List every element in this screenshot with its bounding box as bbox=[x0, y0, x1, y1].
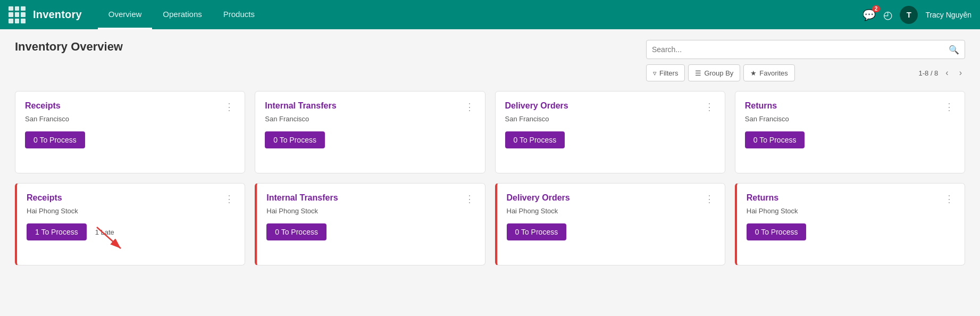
card-subtitle: Hai Phong Stock bbox=[747, 207, 955, 215]
pagination-info: 1-8 / 8 bbox=[918, 69, 938, 77]
brand-name[interactable]: Inventory bbox=[33, 9, 82, 21]
process-button[interactable]: 0 To Process bbox=[266, 223, 326, 240]
kebab-menu-icon[interactable]: ⋮ bbox=[943, 193, 955, 205]
apps-icon[interactable] bbox=[9, 6, 26, 23]
card-actions: 1 To Process 1 Late bbox=[27, 223, 235, 240]
card-title: Receipts bbox=[25, 101, 61, 111]
card-header: Internal Transfers ⋮ bbox=[265, 101, 475, 113]
group-by-icon: ☰ bbox=[695, 69, 701, 77]
card-subtitle: San Francisco bbox=[745, 115, 955, 123]
process-button[interactable]: 1 To Process bbox=[27, 223, 87, 240]
card-internal-sf: Internal Transfers ⋮ San Francisco 0 To … bbox=[255, 91, 485, 173]
card-header: Receipts ⋮ bbox=[25, 101, 235, 113]
menu-operations[interactable]: Operations bbox=[152, 0, 212, 29]
card-subtitle: San Francisco bbox=[505, 115, 715, 123]
filters-button[interactable]: ▿ Filters bbox=[646, 64, 685, 81]
svg-line-1 bbox=[97, 227, 121, 248]
card-title: Internal Transfers bbox=[266, 193, 338, 203]
topnav-right: 💬 2 ◴ T Tracy Nguyên bbox=[862, 6, 971, 24]
card-title: Receipts bbox=[27, 193, 62, 203]
card-actions: 0 To Process bbox=[507, 223, 715, 240]
card-returns-sf: Returns ⋮ San Francisco 0 To Process bbox=[735, 91, 965, 173]
card-receipts-sf: Receipts ⋮ San Francisco 0 To Process bbox=[15, 91, 245, 173]
card-header: Internal Transfers ⋮ bbox=[266, 193, 475, 205]
group-by-label: Group By bbox=[704, 69, 733, 77]
card-actions: 0 To Process bbox=[266, 223, 475, 240]
kebab-menu-icon[interactable]: ⋮ bbox=[703, 101, 715, 113]
process-button[interactable]: 0 To Process bbox=[507, 223, 567, 240]
cards-row-1: Receipts ⋮ San Francisco 0 To Process In… bbox=[15, 91, 965, 173]
kebab-menu-icon[interactable]: ⋮ bbox=[943, 101, 955, 113]
search-bar: 🔍 bbox=[646, 40, 965, 59]
card-subtitle: Hai Phong Stock bbox=[27, 207, 235, 215]
process-button[interactable]: 0 To Process bbox=[25, 131, 85, 148]
late-arrow bbox=[91, 224, 129, 255]
kebab-menu-icon[interactable]: ⋮ bbox=[703, 193, 715, 205]
card-title: Returns bbox=[745, 101, 777, 111]
star-icon: ★ bbox=[750, 69, 757, 77]
card-header: Delivery Orders ⋮ bbox=[507, 193, 715, 205]
card-title: Delivery Orders bbox=[507, 193, 570, 203]
kebab-menu-icon[interactable]: ⋮ bbox=[223, 193, 235, 205]
filter-buttons: ▿ Filters ☰ Group By ★ Favorites bbox=[646, 64, 795, 81]
avatar[interactable]: T bbox=[900, 6, 918, 24]
search-area: 🔍 ▿ Filters ☰ Group By ★ Favorites bbox=[646, 40, 965, 81]
card-returns-hp: Returns ⋮ Hai Phong Stock 0 To Process bbox=[735, 183, 965, 265]
card-subtitle: San Francisco bbox=[265, 115, 475, 123]
process-button[interactable]: 0 To Process bbox=[747, 223, 807, 240]
process-button[interactable]: 0 To Process bbox=[265, 131, 325, 148]
favorites-label: Favorites bbox=[759, 69, 788, 77]
card-subtitle: Hai Phong Stock bbox=[266, 207, 475, 215]
kebab-menu-icon[interactable]: ⋮ bbox=[464, 193, 475, 205]
clock-icon[interactable]: ◴ bbox=[883, 9, 892, 21]
kebab-menu-icon[interactable]: ⋮ bbox=[223, 101, 235, 113]
next-page-button[interactable]: › bbox=[956, 67, 965, 79]
main-menu: Overview Operations Products bbox=[98, 0, 265, 29]
favorites-button[interactable]: ★ Favorites bbox=[743, 64, 794, 81]
card-actions: 0 To Process bbox=[505, 131, 715, 148]
card-title: Internal Transfers bbox=[265, 101, 336, 111]
card-header: Returns ⋮ bbox=[745, 101, 955, 113]
cards-row-2: Receipts ⋮ Hai Phong Stock 1 To Process … bbox=[15, 183, 965, 265]
card-header: Receipts ⋮ bbox=[27, 193, 235, 205]
kebab-menu-icon[interactable]: ⋮ bbox=[464, 101, 475, 113]
process-button[interactable]: 0 To Process bbox=[505, 131, 565, 148]
card-header: Delivery Orders ⋮ bbox=[505, 101, 715, 113]
card-subtitle: San Francisco bbox=[25, 115, 235, 123]
card-header: Returns ⋮ bbox=[747, 193, 955, 205]
card-title: Delivery Orders bbox=[505, 101, 568, 111]
menu-products[interactable]: Products bbox=[213, 0, 265, 29]
page-title: Inventory Overview bbox=[15, 40, 123, 54]
card-delivery-sf: Delivery Orders ⋮ San Francisco 0 To Pro… bbox=[495, 91, 725, 173]
main-content: Inventory Overview 🔍 ▿ Filters ☰ Group B… bbox=[0, 29, 980, 286]
filters-label: Filters bbox=[659, 69, 678, 77]
card-actions: 0 To Process bbox=[745, 131, 955, 148]
search-icon[interactable]: 🔍 bbox=[949, 45, 959, 55]
menu-overview[interactable]: Overview bbox=[98, 0, 153, 29]
process-button[interactable]: 0 To Process bbox=[745, 131, 805, 148]
messages-badge: 2 bbox=[872, 5, 881, 12]
prev-page-button[interactable]: ‹ bbox=[942, 67, 951, 79]
card-receipts-hp: Receipts ⋮ Hai Phong Stock 1 To Process … bbox=[15, 183, 245, 265]
search-input[interactable] bbox=[652, 45, 949, 54]
pagination: 1-8 / 8 ‹ › bbox=[918, 67, 965, 79]
card-title: Returns bbox=[747, 193, 778, 203]
filter-bar: ▿ Filters ☰ Group By ★ Favorites 1-8 / 8… bbox=[646, 64, 965, 81]
messages-icon[interactable]: 💬 2 bbox=[862, 9, 876, 21]
card-delivery-hp: Delivery Orders ⋮ Hai Phong Stock 0 To P… bbox=[495, 183, 725, 265]
subheader: Inventory Overview 🔍 ▿ Filters ☰ Group B… bbox=[15, 40, 965, 81]
card-internal-hp: Internal Transfers ⋮ Hai Phong Stock 0 T… bbox=[255, 183, 485, 265]
group-by-button[interactable]: ☰ Group By bbox=[688, 64, 740, 81]
filter-icon: ▿ bbox=[653, 69, 657, 77]
cards-grid-row-2: Receipts ⋮ Hai Phong Stock 1 To Process … bbox=[15, 183, 965, 265]
card-subtitle: Hai Phong Stock bbox=[507, 207, 715, 215]
topnav: Inventory Overview Operations Products 💬… bbox=[0, 0, 980, 29]
cards-grid-row-1: Receipts ⋮ San Francisco 0 To Process In… bbox=[15, 91, 965, 173]
card-actions: 0 To Process bbox=[265, 131, 475, 148]
user-name[interactable]: Tracy Nguyên bbox=[925, 11, 971, 19]
card-actions: 0 To Process bbox=[747, 223, 955, 240]
card-actions: 0 To Process bbox=[25, 131, 235, 148]
